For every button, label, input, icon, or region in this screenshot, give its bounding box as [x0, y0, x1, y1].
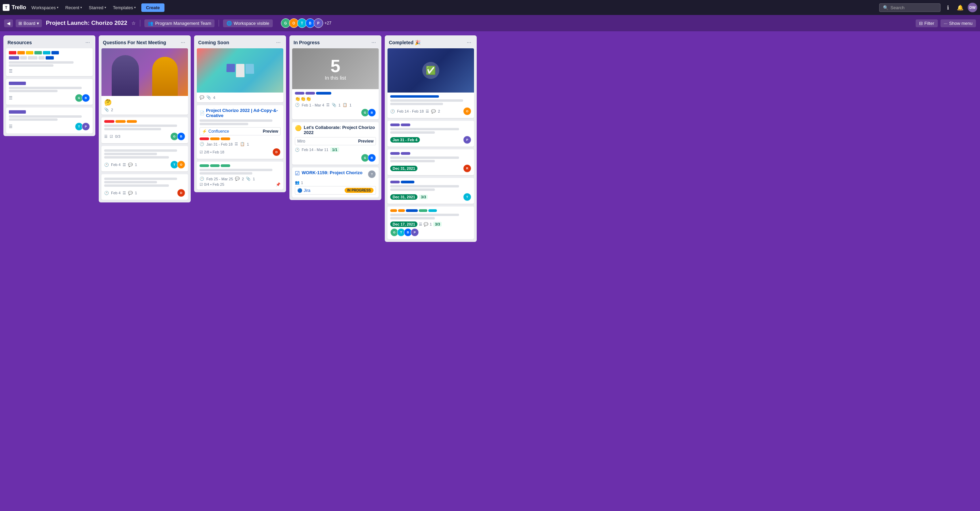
label-orange2	[221, 138, 230, 140]
list-menu-button[interactable]: ···	[370, 39, 377, 46]
card-avatars: G B	[75, 94, 90, 102]
preview-label[interactable]: Preview	[358, 139, 374, 144]
user-avatar[interactable]: DW	[968, 3, 977, 12]
card-labels	[295, 92, 376, 95]
star-button[interactable]: ☆	[131, 21, 136, 26]
card-labels	[390, 152, 471, 155]
due-date-badge: Dec 17, 2021	[390, 222, 417, 227]
card-link-title[interactable]: WORK-1159: Project Chorizo	[302, 170, 367, 175]
card-q2[interactable]: ☰ ☑ 0/3 G B	[102, 117, 188, 143]
card-cs2[interactable]: 📄 Project Chorizo 2022 | Ad-Copy-&-Creat…	[197, 105, 283, 159]
card-avatars: P	[463, 136, 471, 144]
recent-menu[interactable]: Recent ▾	[63, 4, 85, 11]
preview-label[interactable]: Preview	[263, 129, 278, 134]
comment-icon: 💬	[423, 222, 428, 227]
label-green3	[221, 164, 230, 167]
description-icon: ☰	[9, 95, 13, 100]
label-orange2	[127, 120, 137, 123]
card-meta: ☰ ☑ 0/3	[104, 134, 120, 139]
starred-menu[interactable]: Starred ▾	[86, 4, 109, 11]
card-link-title[interactable]: Let's Collaborate: Project Chorizo 2022	[304, 125, 376, 135]
label-purple	[295, 92, 304, 95]
card-ip1[interactable]: 5 In this list 👏👏👏 🕐 Feb 1 - Mar 4 ☰	[292, 48, 379, 119]
card-q4[interactable]: 🕐 Feb 4 ☰ 💬 1 D	[102, 174, 188, 200]
top-navigation: T Trello Workspaces ▾ Recent ▾ Starred ▾…	[0, 0, 980, 15]
filter-button[interactable]: ⊟ Filter	[916, 19, 938, 27]
label-purple	[390, 181, 400, 183]
clock-icon: 🕐	[390, 109, 395, 114]
card-comp5[interactable]: Dec 17, 2021 ☰ 💬 1 3/3 G T B P	[388, 206, 474, 239]
chevron-down-icon: ▾	[134, 6, 136, 9]
templates-menu[interactable]: Templates ▾	[110, 4, 138, 11]
description-icon: ☰	[104, 134, 108, 139]
back-button[interactable]: ◀	[4, 19, 13, 27]
card-cs3[interactable]: 🕐 Feb 25 - Mar 25 💬 2 📎 1 ☑ 0/4 • Feb 25…	[197, 162, 283, 189]
member-avatar[interactable]: P	[313, 18, 323, 28]
list-title: Completed 🎉	[389, 40, 420, 45]
card-meta: 🕐 Jan 31 - Feb 18 ☰ 📋 1	[200, 142, 281, 146]
comment-count: 2	[438, 109, 440, 113]
card-avatar: B	[82, 94, 90, 102]
notification-button[interactable]: 🔔	[956, 3, 965, 12]
description-icon: ☰	[326, 103, 329, 107]
board-type-button[interactable]: ⊞ Board ▾	[16, 19, 42, 27]
board-icon: ⊞	[18, 21, 22, 26]
card-ip3[interactable]: ☑ WORK-1159: Project Chorizo ? 👥 1 🔵 Jir…	[292, 167, 379, 197]
card-comp3[interactable]: Dec 31, 2021 R	[388, 149, 474, 175]
team-button[interactable]: 👥 Program Management Team	[145, 19, 215, 27]
due-date-badge: Dec 31, 2021	[390, 194, 417, 200]
label-green	[200, 164, 209, 167]
card-avatar: P	[82, 122, 90, 131]
checklist-progress: ☑ 2/8 • Feb 18	[200, 150, 224, 154]
description-icon: ☰	[419, 222, 422, 227]
list-header: Resources ···	[6, 38, 92, 48]
workspace-visibility-button[interactable]: 🌐 Workspace visible	[223, 19, 273, 27]
comment-count: 2	[242, 177, 244, 181]
date-range: Feb 25 - Mar 25	[206, 177, 233, 181]
card-avatars: T O	[170, 160, 185, 169]
card-ip2[interactable]: 🟡 Let's Collaborate: Project Chorizo 202…	[292, 122, 379, 165]
card-link-title[interactable]: Project Chorizo 2022 | Ad-Copy-&-Creativ…	[206, 108, 281, 118]
card-comp1[interactable]: ✅ 🕐 Feb 14 - Feb 18 ☰ 💬 2	[388, 48, 474, 118]
service-name: Confluence	[208, 129, 229, 134]
card-comp2[interactable]: Jan 31 - Feb 4 P	[388, 121, 474, 147]
search-bar[interactable]: 🔍 Search	[879, 3, 940, 12]
label-red	[104, 120, 115, 123]
divider	[140, 20, 140, 27]
card-avatar: B	[177, 132, 185, 141]
card-avatar: D	[272, 148, 281, 156]
card-labels	[390, 124, 471, 126]
checklist-badge: 1/1	[330, 147, 339, 152]
list-in-progress: In Progress ··· 5 In this list	[290, 35, 381, 200]
list-menu-button[interactable]: ···	[180, 39, 186, 46]
attachment-icon: 📎	[332, 103, 336, 107]
workspaces-menu[interactable]: Workspaces ▾	[29, 4, 61, 11]
card-res1[interactable]: ☰	[6, 48, 92, 76]
list-completed: Completed 🎉 ··· ✅ 🕐 Fe	[385, 35, 477, 242]
chevron-down-icon: ▾	[80, 6, 82, 9]
checkbox-icon: ☑	[295, 170, 300, 176]
member-count[interactable]: +27	[325, 21, 331, 25]
comment-count: 1	[135, 163, 137, 167]
label-purple2	[401, 152, 410, 155]
card-res3[interactable]: ☰ T P	[6, 108, 92, 133]
card-q3[interactable]: 🕐 Feb 4 ☰ 💬 1 T O	[102, 146, 188, 171]
card-q1[interactable]: 🤔 📎 2	[102, 48, 188, 115]
list-menu-button[interactable]: ···	[84, 39, 91, 46]
card-avatar: B	[368, 154, 376, 162]
card-labels	[200, 138, 281, 140]
card-avatar: ?	[368, 170, 376, 178]
info-button[interactable]: ℹ	[943, 3, 953, 12]
member-avatars[interactable]: G O T B P +27	[281, 18, 331, 28]
card-comp4[interactable]: Dec 31, 2021 3/3 T	[388, 178, 474, 204]
card-cs1[interactable]: 💬 📎 4	[197, 48, 283, 102]
list-menu-button[interactable]: ···	[466, 39, 473, 46]
list-menu-button[interactable]: ···	[275, 39, 282, 46]
dots-icon: ···	[944, 21, 948, 26]
show-menu-button[interactable]: ··· Show menu	[940, 19, 976, 27]
team-icon: 👥	[148, 21, 153, 26]
create-button[interactable]: Create	[141, 3, 164, 12]
card-res2[interactable]: ☰ G B	[6, 79, 92, 105]
app-logo[interactable]: T Trello	[3, 4, 26, 11]
description-icon: ☰	[235, 142, 238, 146]
